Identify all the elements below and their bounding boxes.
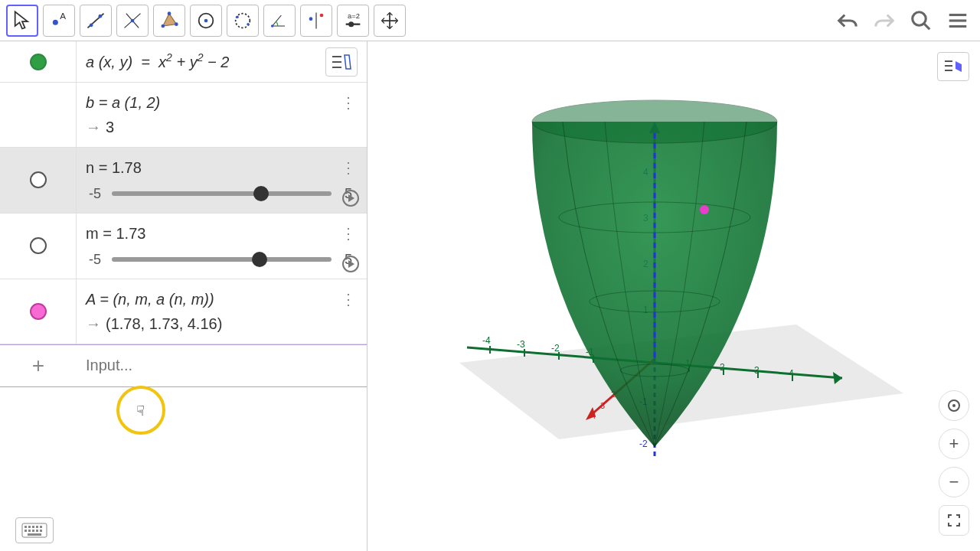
svg-point-81 <box>952 404 956 407</box>
polygon-tool[interactable] <box>153 5 185 37</box>
svg-point-16 <box>247 22 250 24</box>
algebra-input[interactable] <box>77 357 367 374</box>
svg-rect-32 <box>32 526 34 528</box>
algebra-panel: a (x, y) = x2 + y2 − 2 ⋮ b = a (1, 2) →3… <box>0 41 368 551</box>
slider-n-min: -5 <box>86 183 104 205</box>
graphics-3d-view[interactable]: -4-3-2-1 1234 234 4321 -1-2 <box>368 41 980 551</box>
redo-button[interactable] <box>868 5 900 37</box>
object-row-b[interactable]: ⋮ b = a (1, 2) →3 <box>0 83 367 148</box>
object-row-A[interactable]: ⋮ A = (n, m, a (n, m)) →(1.78, 1.73, 4.1… <box>0 279 367 344</box>
undo-button[interactable] <box>831 5 864 37</box>
visibility-toggle-a[interactable] <box>30 54 47 70</box>
svg-text:-3: -3 <box>517 339 525 350</box>
result-b: 3 <box>106 119 114 135</box>
svg-point-22 <box>348 21 354 27</box>
svg-point-9 <box>162 24 165 28</box>
svg-point-17 <box>271 24 274 28</box>
visibility-toggle-A[interactable] <box>30 303 47 320</box>
object-row-a[interactable]: a (x, y) = x2 + y2 − 2 <box>0 41 367 83</box>
visibility-toggle-m[interactable] <box>30 237 47 254</box>
svg-point-13 <box>204 18 208 22</box>
line-tool[interactable] <box>80 5 112 37</box>
svg-rect-33 <box>36 526 38 528</box>
svg-rect-39 <box>40 530 42 532</box>
svg-point-10 <box>168 11 172 15</box>
angle-tool[interactable] <box>263 5 296 37</box>
svg-point-11 <box>175 22 178 26</box>
svg-point-19 <box>309 17 313 21</box>
slider-m-label: m = 1.73 <box>86 221 358 246</box>
slider-n-track[interactable] <box>112 191 332 196</box>
main-toolbar: A a=2 <box>0 0 980 41</box>
fullscreen-button[interactable] <box>939 505 969 536</box>
svg-point-20 <box>320 13 324 17</box>
svg-rect-35 <box>24 530 27 532</box>
svg-line-25 <box>924 23 930 29</box>
svg-rect-40 <box>28 533 41 536</box>
visibility-toggle-n[interactable] <box>30 171 47 188</box>
search-button[interactable] <box>905 5 937 37</box>
svg-rect-38 <box>36 530 38 532</box>
svg-point-7 <box>131 18 135 22</box>
svg-point-4 <box>99 14 103 18</box>
result-A: (1.78, 1.73, 4.16) <box>106 315 222 332</box>
svg-point-3 <box>90 23 93 27</box>
play-n-button[interactable] <box>342 190 359 207</box>
svg-point-15 <box>236 15 239 18</box>
perpendicular-tool[interactable] <box>116 5 149 37</box>
move-tool[interactable] <box>6 5 38 37</box>
svg-text:A: A <box>60 10 66 20</box>
svg-marker-8 <box>163 13 177 25</box>
svg-text:4: 4 <box>591 411 596 420</box>
slider-m-thumb[interactable] <box>252 252 267 267</box>
svg-rect-34 <box>40 526 42 528</box>
zoom-out-button[interactable]: − <box>939 467 969 497</box>
add-object-button[interactable]: + <box>0 354 77 378</box>
definition-A: A = (n, m, a (n, m)) <box>86 287 358 311</box>
svg-rect-31 <box>28 526 31 528</box>
input-row: + <box>0 344 367 387</box>
object-row-m[interactable]: ⋮ m = 1.73 -5 5 <box>0 214 367 279</box>
definition-b: b = a (1, 2) <box>86 90 358 115</box>
more-icon[interactable]: ⋮ <box>341 221 356 246</box>
keyboard-button[interactable] <box>15 517 54 543</box>
reflect-tool[interactable] <box>300 5 332 37</box>
slider-m-min: -5 <box>86 249 104 271</box>
slider-n-label: n = 1.78 <box>86 155 358 180</box>
svg-rect-30 <box>24 526 27 528</box>
ellipse-tool[interactable] <box>227 5 259 37</box>
plot-3d: -4-3-2-1 1234 234 4321 -1-2 <box>368 41 980 551</box>
zoom-in-button[interactable]: + <box>939 429 969 459</box>
svg-text:-2: -2 <box>639 439 648 449</box>
point-A <box>700 205 709 214</box>
svg-rect-36 <box>28 530 31 532</box>
svg-point-14 <box>236 13 250 28</box>
slider-n-thumb[interactable] <box>253 186 269 201</box>
more-icon[interactable]: ⋮ <box>341 90 356 115</box>
object-row-n[interactable]: ⋮ n = 1.78 -5 5 <box>0 148 367 214</box>
svg-text:a=2: a=2 <box>348 11 360 19</box>
point-tool[interactable]: A <box>43 5 75 37</box>
play-m-button[interactable] <box>342 256 359 272</box>
circle-tool[interactable] <box>190 5 222 37</box>
cursor-icon: ☟ <box>136 403 145 419</box>
svg-point-0 <box>53 19 58 24</box>
svg-text:-2: -2 <box>551 343 560 354</box>
arrow-icon: → <box>86 119 101 135</box>
more-icon[interactable]: ⋮ <box>341 155 356 180</box>
cursor-highlight <box>116 386 165 435</box>
move-view-tool[interactable] <box>374 5 406 37</box>
svg-text:3: 3 <box>600 401 605 410</box>
svg-text:-4: -4 <box>482 335 491 346</box>
more-icon[interactable]: ⋮ <box>341 287 356 311</box>
svg-point-24 <box>913 11 926 25</box>
slider-m-track[interactable] <box>112 257 332 262</box>
arrow-icon: → <box>86 315 101 332</box>
svg-rect-37 <box>32 530 34 532</box>
home-view-button[interactable] <box>939 390 969 421</box>
definition-a: a (x, y) = x2 + y2 − 2 <box>86 54 229 70</box>
slider-tool[interactable]: a=2 <box>337 5 369 37</box>
menu-button[interactable] <box>942 5 974 37</box>
